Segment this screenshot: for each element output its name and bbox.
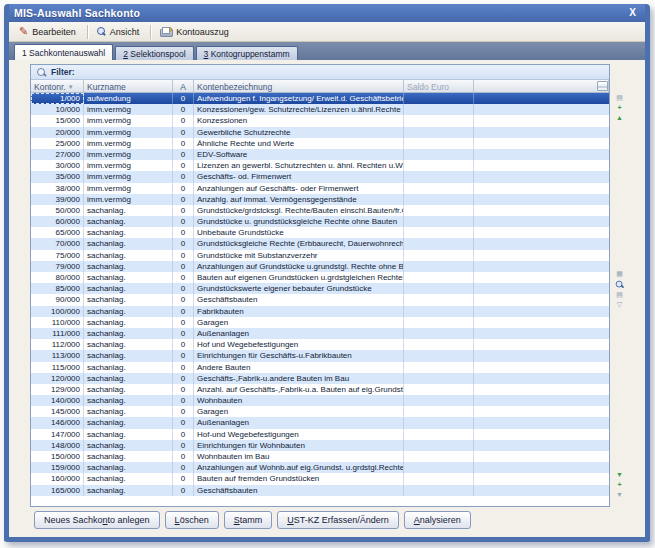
add-row-icon[interactable]: + [614, 104, 625, 112]
filter-bar[interactable]: Filter: [31, 65, 609, 80]
table-row[interactable]: 30/000 imm.vermög 0 Lizenzen an gewerbl.… [31, 160, 609, 171]
column-header-saldo-euro[interactable]: Saldo Euro [404, 80, 474, 92]
table-row[interactable]: 65/000 sachanlag. 0 Unbebaute Grundstück… [31, 227, 609, 238]
cell-kontenbezeichnung: Grundstückswerte eigener bebauter Grunds… [194, 283, 404, 294]
table-row[interactable]: 75/000 sachanlag. 0 Grundstücke mit Subs… [31, 250, 609, 261]
table-row[interactable]: 120/000 sachanlag. 0 Geschäfts-,Fabrik-u… [31, 373, 609, 384]
table-row[interactable]: 160/000 sachanlag. 0 Bauten auf fremden … [31, 473, 609, 484]
cell-empty [474, 440, 609, 451]
stamm-button[interactable]: Stamm [224, 511, 273, 529]
cell-a: 0 [173, 272, 194, 283]
scroll-down-icon[interactable]: ▼ [614, 471, 625, 479]
column-header-kontonr[interactable]: Kontonr. ▼ [31, 80, 84, 92]
cell-kontonr: 90/000 [31, 294, 84, 305]
table-row[interactable]: 140/000 sachanlag. 0 Wohnbauten [31, 395, 609, 406]
cell-a: 0 [173, 429, 194, 440]
analysieren-button[interactable]: Analysieren [404, 511, 471, 529]
close-icon[interactable]: X [626, 7, 639, 18]
table-row[interactable]: 165/000 sachanlag. 0 Geschäftsbauten [31, 485, 609, 496]
table-row[interactable]: 90/000 sachanlag. 0 Geschäftsbauten [31, 294, 609, 305]
cell-kontenbezeichnung: Anzahl. auf Geschäfts-,Fabrik-u.a. Baute… [194, 384, 404, 395]
table-row[interactable]: 111/000 sachanlag. 0 Außenanlagen [31, 328, 609, 339]
table-row[interactable]: 1/000 aufwendung 0 Aufwendungen f. Ingan… [31, 93, 609, 104]
column-header-a[interactable]: A [173, 80, 194, 92]
table-row[interactable]: 110/000 sachanlag. 0 Garagen [31, 317, 609, 328]
cell-empty [474, 127, 609, 138]
cell-kurzname: sachanlag. [84, 395, 173, 406]
ansicht-button[interactable]: Ansicht [91, 24, 148, 40]
ust-kz-erfassen-aendern-button[interactable]: UST-KZ Erfassen/Ändern [277, 511, 399, 529]
cell-empty [474, 417, 609, 428]
loeschen-button[interactable]: Löschen [165, 511, 219, 529]
cell-kontenbezeichnung: Wohnbauten im Bau [194, 451, 404, 462]
table-row[interactable]: 39/000 imm.vermög 0 Anzahlg. auf immat. … [31, 194, 609, 205]
column-header-empty [474, 80, 609, 92]
tab-selektionspool[interactable]: 2 Selektionspool [115, 46, 193, 60]
content-panel: Filter: Kontonr. ▼ Kurzname A Kontenbeze… [9, 60, 645, 537]
table-row[interactable]: 147/000 sachanlag. 0 Hof-und Wegebefesti… [31, 429, 609, 440]
kontoauszug-button[interactable]: Kontoauszug [154, 24, 237, 40]
cell-saldo-euro [404, 339, 474, 350]
tab-kontogruppenstamm[interactable]: 3 Kontogruppenstamm [196, 46, 298, 60]
table-row[interactable]: 112/000 sachanlag. 0 Hof und Wegebefesti… [31, 339, 609, 350]
cell-empty [474, 205, 609, 216]
table-row[interactable]: 38/000 imm.vermög 0 Anzahlungen auf Gesc… [31, 183, 609, 194]
filter-funnel-icon[interactable]: ▽ [614, 301, 625, 309]
cell-a: 0 [173, 93, 194, 104]
cell-kontonr: 150/000 [31, 451, 84, 462]
table-row[interactable]: 159/000 sachanlag. 0 Anzahlungen auf Woh… [31, 462, 609, 473]
neues-sachkonto-anlegen-button[interactable]: Neues Sachkonto anlegen [34, 511, 160, 529]
cell-kontonr: 35/000 [31, 171, 84, 182]
table-row[interactable]: 27/000 imm.vermög 0 EDV-Software [31, 149, 609, 160]
tab-sachkontenauswahl[interactable]: 1 Sachkontenauswahl [14, 44, 113, 60]
add-icon[interactable]: + [614, 481, 625, 489]
cell-kurzname: imm.vermög [84, 104, 173, 115]
table-row[interactable]: 50/000 sachanlag. 0 Grundstücke/grdstcks… [31, 205, 609, 216]
table-row[interactable]: 148/000 sachanlag. 0 Einrichtungen für W… [31, 440, 609, 451]
bearbeiten-button[interactable]: ✎ Bearbeiten [13, 24, 84, 40]
table-row[interactable]: 60/000 sachanlag. 0 Grundstücke u. grund… [31, 216, 609, 227]
cell-a: 0 [173, 194, 194, 205]
table-row[interactable]: 79/000 sachanlag. 0 Anzahlungen auf Grun… [31, 261, 609, 272]
column-header-kurzname[interactable]: Kurzname [84, 80, 173, 92]
table-row[interactable]: 25/000 imm.vermög 0 Ähnliche Rechte und … [31, 138, 609, 149]
table-row[interactable]: 70/000 sachanlag. 0 Grundstücksgleiche R… [31, 238, 609, 249]
column-chooser-icon[interactable] [597, 81, 608, 91]
cell-saldo-euro [404, 216, 474, 227]
cell-kurzname: sachanlag. [84, 406, 173, 417]
cell-kontenbezeichnung: Konzessionen/gew. Schutzrechte/Lizenzen … [194, 104, 404, 115]
cell-a: 0 [173, 440, 194, 451]
column-label: Kontonr. [34, 82, 66, 92]
cell-empty [474, 138, 609, 149]
grid-view-icon[interactable]: ▦ [614, 270, 625, 278]
search-icon[interactable] [616, 281, 624, 289]
cell-a: 0 [173, 462, 194, 473]
cell-saldo-euro [404, 127, 474, 138]
table-row[interactable]: 10/000 imm.vermög 0 Konzessionen/gew. Sc… [31, 104, 609, 115]
list-view-icon[interactable]: ▤ [614, 291, 625, 299]
table-row[interactable]: 145/000 sachanlag. 0 Garagen [31, 406, 609, 417]
table-row[interactable]: 85/000 sachanlag. 0 Grundstückswerte eig… [31, 283, 609, 294]
cell-saldo-euro [404, 417, 474, 428]
column-header-kontenbezeichnung[interactable]: Kontenbezeichnung [194, 80, 404, 92]
table-row[interactable]: 15/000 imm.vermög 0 Konzessionen [31, 115, 609, 126]
scroll-top-icon[interactable]: ▤ [614, 94, 625, 102]
coin-icon [167, 27, 172, 32]
scroll-up-icon[interactable]: ▲ [614, 114, 625, 122]
table-row[interactable]: 129/000 sachanlag. 0 Anzahl. auf Geschäf… [31, 384, 609, 395]
bearbeiten-label: Bearbeiten [32, 27, 76, 37]
table-row[interactable]: 100/000 sachanlag. 0 Fabrikbauten [31, 306, 609, 317]
cell-empty [474, 429, 609, 440]
table-row[interactable]: 150/000 sachanlag. 0 Wohnbauten im Bau [31, 451, 609, 462]
table-row[interactable]: 146/000 sachanlag. 0 Außenanlagen [31, 417, 609, 428]
cell-kontenbezeichnung: Konzessionen [194, 115, 404, 126]
table-row[interactable]: 20/000 imm.vermög 0 Gewerbliche Schutzre… [31, 127, 609, 138]
table-row[interactable]: 80/000 sachanlag. 0 Bauten auf eigenen G… [31, 272, 609, 283]
scroll-bottom-icon[interactable]: ▼ [614, 491, 625, 499]
cell-saldo-euro [404, 429, 474, 440]
table-row[interactable]: 35/000 imm.vermög 0 Geschäfts- od. Firme… [31, 171, 609, 182]
table-row[interactable]: 115/000 sachanlag. 0 Andere Bauten [31, 362, 609, 373]
cell-kontenbezeichnung: Wohnbauten [194, 395, 404, 406]
table-row[interactable]: 113/000 sachanlag. 0 Einrichtungen für G… [31, 350, 609, 361]
cell-a: 0 [173, 127, 194, 138]
